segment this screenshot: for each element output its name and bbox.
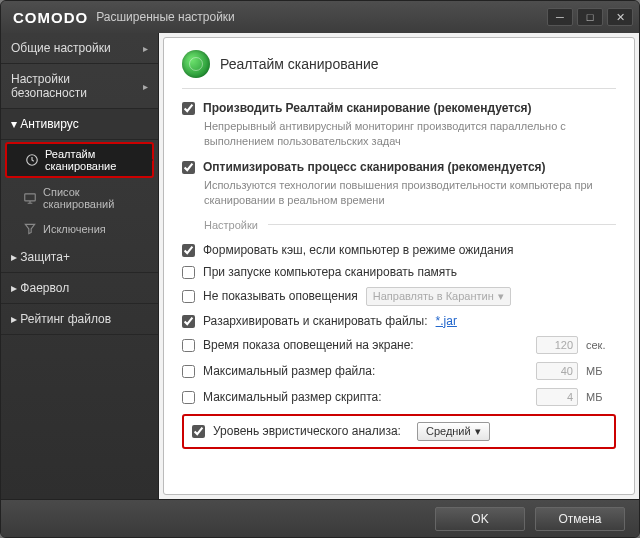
maximize-button[interactable]: □ — [577, 8, 603, 26]
scan-memory-label: При запуске компьютера сканировать памят… — [203, 265, 457, 279]
dialog-footer: OK Отмена — [1, 499, 639, 537]
max-file-unit: МБ — [586, 365, 616, 377]
content-panel: Реалтайм сканирование Производить Реалта… — [163, 37, 635, 495]
window-title: Расширенные настройки — [96, 10, 235, 24]
monitor-icon — [23, 191, 37, 205]
app-logo: COMODO — [13, 9, 88, 26]
quarantine-action-dropdown: Направлять в Карантин ▾ — [366, 287, 511, 306]
heuristic-label: Уровень эвристического анализа: — [213, 424, 401, 438]
panel-header: Реалтайм сканирование — [182, 50, 616, 89]
sidebar-item-label: Реалтайм сканирование — [45, 148, 148, 172]
alert-time-checkbox[interactable] — [182, 339, 195, 352]
jar-extensions-link[interactable]: *.jar — [436, 314, 457, 328]
chevron-down-icon: ▾ — [498, 290, 504, 303]
sidebar: Общие настройки ▸ Настройки безопасности… — [1, 33, 159, 499]
option-cache: Формировать кэш, если компьютер в режиме… — [182, 243, 616, 257]
sidebar-item-scan-list[interactable]: Список сканирований — [1, 180, 158, 216]
sidebar-item-exclusions[interactable]: Исключения — [1, 216, 158, 242]
settings-window: COMODO Расширенные настройки ─ □ ✕ Общие… — [0, 0, 640, 538]
option-max-script: Максимальный размер скрипта: МБ — [182, 388, 616, 406]
max-script-checkbox[interactable] — [182, 391, 195, 404]
funnel-icon — [23, 222, 37, 236]
option-heuristic: Уровень эвристического анализа: Средний … — [182, 414, 616, 449]
option-max-file: Максимальный размер файла: МБ — [182, 362, 616, 380]
alert-time-label: Время показа оповещений на экране: — [203, 338, 414, 352]
realtime-desc: Непрерывный антивирусный мониторинг прои… — [204, 119, 616, 150]
alert-time-input — [536, 336, 578, 354]
scan-archives-label: Разархивировать и сканировать файлы: — [203, 314, 428, 328]
scan-memory-checkbox[interactable] — [182, 266, 195, 279]
sidebar-item-firewall[interactable]: ▸ Фаервол — [1, 273, 158, 304]
alert-time-unit: сек. — [586, 339, 616, 351]
max-script-unit: МБ — [586, 391, 616, 403]
hide-alerts-checkbox[interactable] — [182, 290, 195, 303]
realtime-label: Производить Реалтайм сканирование (реком… — [203, 101, 532, 115]
radar-icon — [182, 50, 210, 78]
sidebar-item-label: Список сканирований — [43, 186, 152, 210]
scan-archives-checkbox[interactable] — [182, 315, 195, 328]
sidebar-item-file-rating[interactable]: ▸ Рейтинг файлов — [1, 304, 158, 335]
sidebar-item-label: Исключения — [43, 223, 106, 235]
cache-checkbox[interactable] — [182, 244, 195, 257]
max-file-label: Максимальный размер файла: — [203, 364, 375, 378]
option-realtime: Производить Реалтайм сканирование (реком… — [182, 101, 616, 150]
max-script-input — [536, 388, 578, 406]
max-file-input — [536, 362, 578, 380]
optimize-label: Оптимизировать процесс сканирования (рек… — [203, 160, 546, 174]
max-file-checkbox[interactable] — [182, 365, 195, 378]
heuristic-level-dropdown[interactable]: Средний ▾ — [417, 422, 490, 441]
option-optimize: Оптимизировать процесс сканирования (рек… — [182, 160, 616, 209]
ok-button[interactable]: OK — [435, 507, 525, 531]
option-scan-memory: При запуске компьютера сканировать памят… — [182, 265, 616, 279]
sidebar-item-security[interactable]: Настройки безопасности ▸ — [1, 64, 158, 109]
window-body: Общие настройки ▸ Настройки безопасности… — [1, 33, 639, 499]
panel-title: Реалтайм сканирование — [220, 56, 379, 72]
chevron-right-icon: ▸ — [143, 81, 148, 92]
sidebar-item-label: Защита+ — [20, 250, 70, 264]
chevron-down-icon: ▾ — [475, 425, 481, 438]
settings-separator: Настройки — [204, 219, 616, 231]
close-button[interactable]: ✕ — [607, 8, 633, 26]
sidebar-item-label: Антивирус — [20, 117, 78, 131]
sidebar-item-antivirus[interactable]: ▾ Антивирус — [1, 109, 158, 140]
optimize-desc: Используются технологии повышения произв… — [204, 178, 616, 209]
sidebar-item-label: Настройки безопасности — [11, 72, 143, 100]
chevron-right-icon: ▸ — [143, 43, 148, 54]
option-scan-archives: Разархивировать и сканировать файлы: *.j… — [182, 314, 616, 328]
cancel-button[interactable]: Отмена — [535, 507, 625, 531]
max-script-label: Максимальный размер скрипта: — [203, 390, 382, 404]
sidebar-item-realtime-scan[interactable]: Реалтайм сканирование — [5, 142, 154, 178]
cache-label: Формировать кэш, если компьютер в режиме… — [203, 243, 514, 257]
sidebar-item-label: Фаервол — [20, 281, 69, 295]
sidebar-item-defense-plus[interactable]: ▸ Защита+ — [1, 242, 158, 273]
optimize-checkbox[interactable] — [182, 161, 195, 174]
heuristic-checkbox[interactable] — [192, 425, 205, 438]
option-alert-time: Время показа оповещений на экране: сек. — [182, 336, 616, 354]
svg-rect-1 — [25, 194, 36, 201]
sidebar-item-general[interactable]: Общие настройки ▸ — [1, 33, 158, 64]
sidebar-item-label: Рейтинг файлов — [20, 312, 111, 326]
minimize-button[interactable]: ─ — [547, 8, 573, 26]
clock-icon — [25, 153, 39, 167]
realtime-checkbox[interactable] — [182, 102, 195, 115]
settings-label: Настройки — [204, 219, 258, 231]
window-controls: ─ □ ✕ — [547, 8, 633, 26]
sidebar-item-label: Общие настройки — [11, 41, 111, 55]
option-hide-alerts: Не показывать оповещения Направлять в Ка… — [182, 287, 616, 306]
hide-alerts-label: Не показывать оповещения — [203, 289, 358, 303]
titlebar: COMODO Расширенные настройки ─ □ ✕ — [1, 1, 639, 33]
